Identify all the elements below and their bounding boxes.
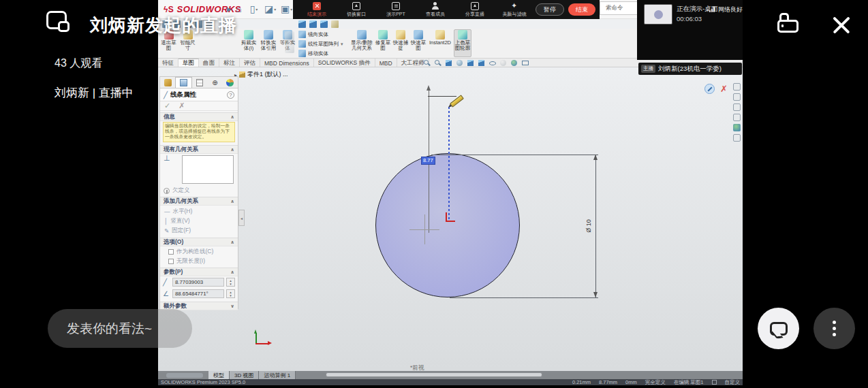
option-construction-line[interactable]: 作为构造线(C)	[168, 248, 213, 256]
ok-icon[interactable]	[164, 101, 170, 110]
pane-splitter-handle[interactable]	[166, 373, 203, 378]
help-icon[interactable]	[227, 91, 234, 99]
section-view-icon[interactable]	[456, 60, 463, 67]
relation-fix[interactable]: ✎ 固定(F)	[164, 227, 191, 235]
chat-button[interactable]	[758, 308, 799, 349]
length-spinner[interactable]: ▴▾	[226, 278, 235, 287]
feature-tree-flyout[interactable]: 零件1 (默认) ...	[234, 70, 288, 79]
tab-sketch[interactable]: 草图	[179, 59, 199, 67]
view-orientation-icon[interactable]	[467, 60, 474, 67]
cancel-sketch-icon[interactable]	[720, 82, 728, 95]
rotation-lock-icon[interactable]	[777, 13, 802, 33]
appearances-tab-icon[interactable]	[733, 124, 741, 131]
present-ppt-button[interactable]: 演示PPT	[376, 0, 416, 19]
angle-value-field[interactable]: 88.65484771°	[172, 289, 224, 298]
tab-solidworks-addins[interactable]: SOLIDWORKS 插件	[314, 59, 375, 67]
previous-view-icon[interactable]	[446, 60, 452, 67]
section-options[interactable]: 选项(O)∧	[160, 238, 238, 246]
tab-mbd[interactable]: MBD	[375, 59, 397, 67]
dropdown-arrow-icon[interactable]: ▾	[341, 42, 343, 47]
host-banner[interactable]: 主播 刘炳新(23机电一学委)	[638, 63, 742, 75]
isometric-cube-icon[interactable]	[320, 20, 328, 28]
configuration-manager-tab[interactable]	[192, 77, 207, 88]
cancel-icon[interactable]	[179, 101, 185, 110]
trim-entities-button[interactable]: 剪裁实体(I)	[240, 30, 258, 52]
comment-input[interactable]: 发表你的看法~	[48, 309, 192, 348]
mirror-entities-button[interactable]: 镜向实体	[298, 31, 328, 38]
horizontal-scrollbar-thumb[interactable]	[326, 372, 542, 377]
eraser-icon[interactable]	[331, 20, 339, 28]
panel-collapse-handle[interactable]	[238, 210, 245, 226]
tab-annotate[interactable]: 标注	[219, 59, 240, 67]
apply-scene-icon[interactable]	[511, 60, 518, 67]
command-search-input[interactable]: 索命令	[600, 1, 638, 15]
dimension-line[interactable]	[595, 155, 596, 297]
checkbox[interactable]	[168, 249, 174, 255]
relation-horizontal[interactable]: — 水平(H)	[164, 208, 192, 216]
move-entities-button[interactable]: 移动实体	[298, 50, 328, 57]
convert-entities-button[interactable]: 转换实体引用	[259, 30, 278, 52]
dimxpert-manager-tab[interactable]	[207, 77, 222, 88]
view-palette-tab-icon[interactable]	[733, 114, 741, 121]
3d-views-tab[interactable]: 3D 视图	[230, 371, 259, 379]
relation-vertical[interactable]: │ 竖直(V)	[164, 217, 190, 225]
end-presentation-button[interactable]: 结束演示	[297, 0, 337, 19]
screen-share-preview-card[interactable]: 正在演示-桌面 00:06:03 网络良好	[637, 0, 743, 60]
beauty-filter-button[interactable]: 美颜与滤镜	[495, 0, 534, 19]
angle-spinner[interactable]: ▴▾	[226, 289, 235, 298]
graphics-area[interactable]: 零件1 (默认) ... 8.77 Ø 10	[158, 67, 743, 371]
section-add-relations[interactable]: 添加几何关系∧	[160, 197, 238, 206]
resources-tab-icon[interactable]	[733, 83, 741, 91]
layout-switch-icon[interactable]	[46, 11, 74, 35]
open-document-icon[interactable]: ◪	[264, 3, 276, 15]
model-tab[interactable]: 模型	[208, 371, 230, 379]
more-options-button[interactable]	[813, 308, 855, 349]
customize-label[interactable]: 自定义	[725, 379, 741, 386]
pause-button[interactable]: 暂停	[536, 3, 564, 16]
custom-properties-tab-icon[interactable]	[733, 134, 741, 142]
option-infinite-length[interactable]: 无限长度(I)	[168, 257, 205, 265]
diameter-dimension-label[interactable]: Ø 10	[585, 219, 592, 233]
length-value-field[interactable]: 8.77039003	[172, 278, 224, 287]
display-style-icon[interactable]	[478, 60, 485, 67]
checkbox[interactable]	[168, 259, 174, 264]
tab-mbd-dimensions[interactable]: MBD Dimensions	[260, 59, 314, 67]
repair-sketch-button[interactable]: 修复草图	[375, 30, 391, 52]
feature-manager-tab[interactable]	[160, 77, 175, 88]
quick-snaps-button[interactable]: 快速捕捉	[392, 30, 409, 52]
save-icon[interactable]: ▣	[281, 3, 292, 15]
view-settings-icon[interactable]	[522, 60, 529, 67]
zoom-area-icon[interactable]	[435, 60, 441, 67]
sketch-circle[interactable]	[375, 153, 520, 297]
share-live-button[interactable]: 分享直播	[455, 0, 495, 19]
tab-surfaces[interactable]: 曲面	[199, 59, 219, 67]
display-relations-button[interactable]: 显示/删除几何关系	[349, 30, 375, 52]
linear-pattern-button[interactable]: 线性草图阵列 ▾	[298, 40, 343, 48]
isometric-cube-icon[interactable]	[298, 20, 306, 28]
tab-features[interactable]: 特征	[158, 59, 179, 67]
file-explorer-tab-icon[interactable]	[733, 103, 741, 111]
tab-evaluate[interactable]: 评估	[240, 59, 260, 67]
zoom-fit-icon[interactable]	[424, 60, 431, 67]
section-existing-relations[interactable]: 现有几何关系∧	[160, 145, 238, 154]
isometric-cube-icon[interactable]	[309, 20, 317, 28]
feature-tree-root-label[interactable]: 零件1 (默认) ...	[247, 70, 288, 79]
property-manager-tab[interactable]	[175, 77, 191, 88]
rapid-sketch-button[interactable]: 快速草图	[410, 30, 427, 52]
new-document-icon[interactable]: ▯	[248, 3, 260, 15]
hide-show-items-icon[interactable]	[489, 60, 496, 67]
motion-study-tab[interactable]: 运动算例 1	[259, 371, 296, 379]
sketch-line-preview[interactable]	[448, 107, 450, 219]
section-parameters[interactable]: 参数(P)∧	[160, 268, 238, 276]
shaded-sketch-contours-button[interactable]: 上色草图轮廓	[454, 29, 471, 57]
switch-window-button[interactable]: 切换窗口	[337, 0, 376, 19]
desktop-thumbnail[interactable]	[644, 4, 672, 25]
accept-sketch-icon[interactable]	[704, 84, 715, 94]
view-members-button[interactable]: 查看成员	[416, 0, 455, 19]
relations-listbox[interactable]	[182, 155, 234, 184]
section-info[interactable]: 信息∧	[160, 112, 238, 121]
instant2d-button[interactable]: Instant2D	[428, 30, 452, 46]
close-icon[interactable]	[831, 14, 852, 36]
end-button[interactable]: 结束	[568, 3, 595, 16]
display-manager-tab[interactable]	[223, 77, 238, 88]
